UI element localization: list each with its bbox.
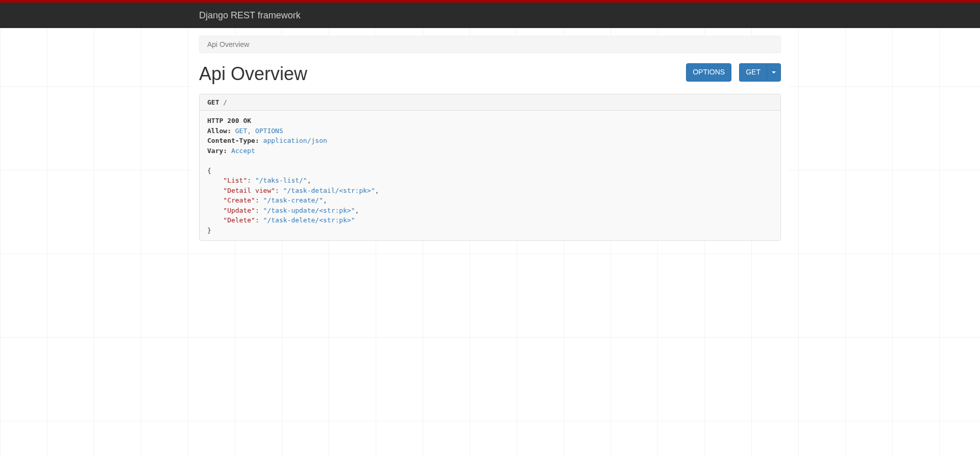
- navbar: Django REST framework: [0, 3, 980, 28]
- json-colon: :: [255, 207, 259, 214]
- json-key: "List": [223, 176, 247, 184]
- json-comma: ,: [375, 187, 379, 194]
- header-allow-name: Allow:: [207, 127, 231, 135]
- header-ctype-value: application/json: [263, 137, 327, 144]
- json-comma: ,: [355, 207, 359, 214]
- json-colon: :: [275, 187, 279, 194]
- response-panel: GET / HTTP 200 OK Allow: GET, OPTIONS Co…: [199, 94, 781, 241]
- chevron-down-icon: [772, 71, 776, 73]
- main-container: Api Overview Api Overview OPTIONS GET GE…: [191, 36, 789, 241]
- header-vary-value: Accept: [231, 147, 255, 155]
- json-key: "Delete": [223, 216, 255, 224]
- get-dropdown-toggle[interactable]: [767, 63, 781, 82]
- button-group: OPTIONS GET: [686, 63, 781, 82]
- header-allow-value: GET, OPTIONS: [235, 127, 283, 135]
- breadcrumb-item[interactable]: Api Overview: [207, 40, 249, 48]
- status-line: HTTP 200 OK: [207, 117, 251, 124]
- get-button-group: GET: [739, 63, 781, 82]
- request-path: /: [223, 98, 227, 106]
- json-value: "/task-detail/<str:pk>": [283, 187, 375, 194]
- page-title: Api Overview: [199, 63, 307, 85]
- brand-link[interactable]: Django REST framework: [199, 10, 301, 20]
- json-key: "Create": [223, 196, 255, 204]
- breadcrumb: Api Overview: [199, 36, 781, 53]
- header-ctype-name: Content-Type:: [207, 137, 259, 144]
- json-colon: :: [255, 216, 259, 224]
- json-value: "/task-delete/<str:pk>": [263, 216, 355, 224]
- get-button[interactable]: GET: [739, 63, 767, 82]
- json-value: "/task-update/<str:pk>": [263, 207, 355, 214]
- json-brace-close: }: [207, 226, 211, 234]
- json-comma: ,: [323, 196, 327, 204]
- json-comma: ,: [307, 176, 311, 184]
- request-line: GET /: [200, 94, 780, 111]
- json-key: "Detail view": [223, 187, 275, 194]
- json-value: "/taks-list/": [255, 176, 307, 184]
- json-value: "/task-create/": [263, 196, 323, 204]
- request-method: GET: [207, 98, 219, 106]
- json-colon: :: [255, 196, 259, 204]
- options-button[interactable]: OPTIONS: [686, 63, 731, 82]
- json-colon: :: [247, 176, 251, 184]
- response-body: HTTP 200 OK Allow: GET, OPTIONS Content-…: [200, 111, 780, 240]
- header-vary-name: Vary:: [207, 147, 227, 155]
- json-key: "Update": [223, 207, 255, 214]
- header-row: Api Overview OPTIONS GET: [199, 63, 781, 85]
- json-brace-open: {: [207, 167, 211, 174]
